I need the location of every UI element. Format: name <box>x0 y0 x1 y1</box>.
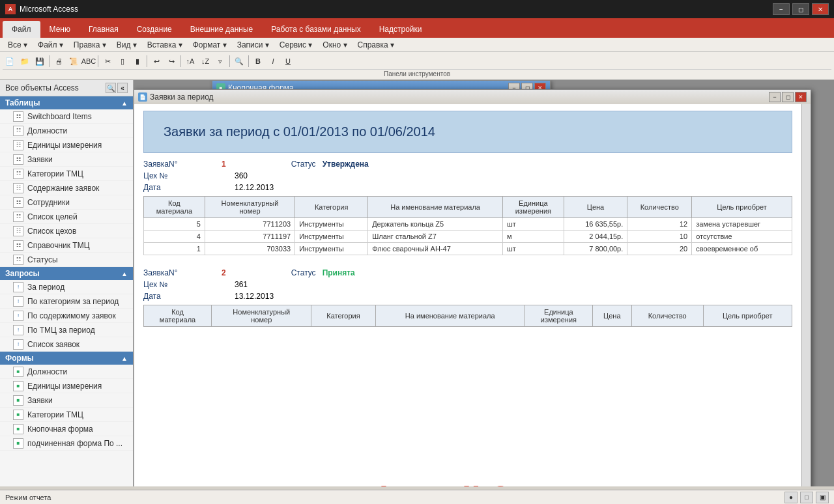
sidebar-item-kategorii[interactable]: ☷ Категории ТМЦ <box>0 167 133 181</box>
sidebar-item-statusy[interactable]: ☷ Статусы <box>0 253 133 267</box>
tb-sort-desc[interactable]: ↓Z <box>198 54 212 68</box>
tab-create[interactable]: Создание <box>128 21 181 38</box>
sidebar-form-knopchnaya[interactable]: ■ Кнопочная форма <box>0 422 133 436</box>
sidebar-item-po-kategoriyam[interactable]: ! По категориям за период <box>0 294 133 309</box>
menu-all[interactable]: Все ▾ <box>3 38 33 52</box>
sidebar-item-soderzhanie[interactable]: ☷ Содержание заявок <box>0 181 133 195</box>
report-minimize[interactable]: − <box>769 92 781 102</box>
sidebar-item-po-tmts[interactable]: ! По ТМЦ за период <box>0 323 133 337</box>
title-bar-controls: − ◻ ✕ <box>773 3 829 15</box>
sidebar-form-kategorii[interactable]: ■ Категории ТМЦ <box>0 408 133 422</box>
tb-sort-asc[interactable]: ↑A <box>183 54 197 68</box>
app-number-value-2: 2 <box>222 268 226 277</box>
sidebar-search-btn[interactable]: 🔍 <box>106 83 116 93</box>
tb-u[interactable]: U <box>281 54 295 68</box>
tb-new[interactable]: 📄 <box>3 54 17 68</box>
tab-home[interactable]: Главная <box>79 21 128 38</box>
col-kolichestvo: Количество <box>627 197 692 218</box>
minimize-btn[interactable]: − <box>773 3 790 15</box>
menu-view[interactable]: Вид ▾ <box>111 38 142 52</box>
table-icon-7: ☷ <box>13 197 23 208</box>
col-tsena: Цена <box>564 197 627 218</box>
menu-format[interactable]: Формат ▾ <box>188 38 232 52</box>
sidebar-form-zayavki[interactable]: ■ Заявки <box>0 393 133 408</box>
cell-nomen-3: 703033 <box>205 243 295 255</box>
col-tsel-2: Цель приобрет <box>703 305 792 327</box>
tab-external[interactable]: Внешние данные <box>181 21 263 38</box>
sidebar-item-spravochnik[interactable]: ☷ Справочник ТМЦ <box>0 238 133 253</box>
tb-i[interactable]: I <box>266 54 280 68</box>
cell-tsena-3: 7 800,00р. <box>564 243 627 255</box>
menu-insert[interactable]: Вставка ▾ <box>142 38 188 52</box>
app-status-label-1: Статус <box>291 160 316 169</box>
menu-edit[interactable]: Правка ▾ <box>68 38 111 52</box>
title-bar-title: Microsoft Access <box>20 5 78 14</box>
tb-filter[interactable]: ▿ <box>213 54 227 68</box>
sidebar-item-edinitsy[interactable]: ☷ Единицы измерения <box>0 138 133 152</box>
tb-spell[interactable]: ABC <box>81 54 96 68</box>
tb-paste[interactable]: ▮ <box>130 54 145 68</box>
tab-database[interactable]: Работа с базами данных <box>262 21 369 38</box>
tb-cut[interactable]: ✂ <box>100 54 115 68</box>
sidebar-item-spisok-tseley[interactable]: ☷ Список целей <box>0 210 133 224</box>
col-kolichestvo-2: Количество <box>631 305 703 327</box>
cell-ed-2: м <box>503 231 564 243</box>
app-info-row-number-1: ЗаявкаN° 1 Статус Утверждена <box>143 160 792 169</box>
app-date-label-2: Дата <box>143 292 208 301</box>
tb-print[interactable]: 🖨 <box>51 54 66 68</box>
tb-sep-1 <box>49 55 50 67</box>
close-btn[interactable]: ✕ <box>812 3 829 15</box>
tb-sep-5 <box>229 55 230 67</box>
sidebar-form-edinitsy[interactable]: ■ Единицы измерения <box>0 379 133 393</box>
sidebar-header-btns: 🔍 « <box>106 83 128 93</box>
report-restore[interactable]: ◻ <box>782 92 794 102</box>
sidebar-item-sotrudniki[interactable]: ☷ Сотрудники <box>0 195 133 210</box>
sidebar-form-podchinen[interactable]: ■ подчиненная форма По ... <box>0 436 133 451</box>
sidebar-section-forms-header[interactable]: Формы ▲ <box>0 352 133 365</box>
tb-sep-3 <box>147 55 147 67</box>
app-tsekh-label-1: Цех № <box>143 171 208 180</box>
sidebar-pin-btn[interactable]: « <box>117 83 128 93</box>
query-icon-5: ! <box>13 339 23 350</box>
col-tsena-2: Цена <box>592 305 631 327</box>
sidebar-item-switchboard[interactable]: ☷ Switchboard Items <box>0 109 133 124</box>
tab-menu[interactable]: Меню <box>40 21 79 38</box>
restore-btn[interactable]: ◻ <box>792 3 809 15</box>
tb-sep-4 <box>180 55 181 67</box>
app-info-row-tsekh-2: Цех № 361 <box>143 280 792 289</box>
tb-undo[interactable]: ↩ <box>149 54 164 68</box>
toolbar-section-label: Панели инструментов <box>3 69 831 78</box>
sidebar-item-po-soderzhimomu[interactable]: ! По содержимому заявок <box>0 309 133 323</box>
tb-open[interactable]: 📁 <box>18 54 32 68</box>
report-scrollbar-v[interactable] <box>801 104 811 486</box>
report-controls: − ◻ ✕ <box>769 92 807 102</box>
tb-redo[interactable]: ↪ <box>164 54 179 68</box>
sidebar-item-zayavki[interactable]: ☷ Заявки <box>0 152 133 167</box>
sidebar-section-queries-header[interactable]: Запросы ▲ <box>0 267 133 280</box>
report-close[interactable]: ✕ <box>795 92 807 102</box>
report-content[interactable]: Заявки за период с 01/01/2013 по 01/06/2… <box>134 104 811 486</box>
menu-records[interactable]: Записи ▾ <box>232 38 274 52</box>
sidebar-item-za-period[interactable]: ! За период <box>0 280 133 294</box>
tb-print-preview[interactable]: 📜 <box>66 54 81 68</box>
sidebar-form-dolzhnosti[interactable]: ■ Должности <box>0 365 133 379</box>
sidebar-item-dolzhnosti[interactable]: ☷ Должности <box>0 124 133 138</box>
col-naim-2: На именование материала <box>375 305 525 327</box>
title-bar: A Microsoft Access − ◻ ✕ <box>0 0 834 18</box>
tab-addons[interactable]: Надстройки <box>370 21 431 38</box>
menu-file[interactable]: Файл ▾ <box>33 38 68 52</box>
tb-copy[interactable]: ▯ <box>115 54 130 68</box>
tb-b[interactable]: B <box>251 54 265 68</box>
menu-window[interactable]: Окно ▾ <box>317 38 352 52</box>
form-icon-1: ■ <box>13 367 23 377</box>
cell-tsena-2: 2 044,15р. <box>564 231 627 243</box>
menu-service[interactable]: Сервис ▾ <box>274 38 317 52</box>
cell-kat-2: Инструменты <box>295 231 368 243</box>
tb-find[interactable]: 🔍 <box>232 54 246 68</box>
tab-file[interactable]: Файл <box>3 21 40 38</box>
sidebar-section-tables-header[interactable]: Таблицы ▲ <box>0 96 133 109</box>
sidebar-item-spisok-tsekhov[interactable]: ☷ Список цехов <box>0 224 133 238</box>
tb-save[interactable]: 💾 <box>33 54 47 68</box>
menu-help[interactable]: Справка ▾ <box>352 38 399 52</box>
sidebar-item-spisok-zayavok[interactable]: ! Список заявок <box>0 337 133 352</box>
